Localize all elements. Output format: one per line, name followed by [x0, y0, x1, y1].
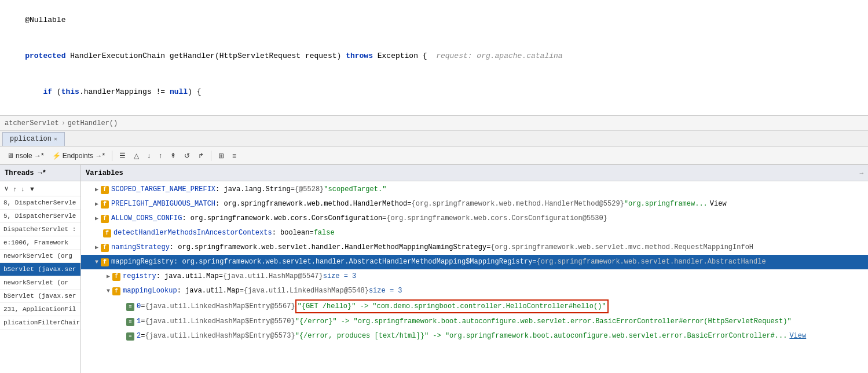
evaluate-button[interactable]: ↺	[181, 151, 193, 161]
expand-entry-0	[118, 301, 124, 313]
var-row-preflight[interactable]: f PREFLIGHT_AMBIGUOUS_MATCH : org.spring…	[81, 197, 868, 211]
var-row-scoped-target[interactable]: f SCOPED_TARGET_NAME_PREFIX : java.lang.…	[81, 182, 868, 197]
thread-item-3[interactable]: e:1006, Framework	[0, 236, 80, 250]
thread-item-6[interactable]: neworkServlet (or	[0, 276, 80, 290]
thread-item-8[interactable]: 231, ApplicationFil	[0, 303, 80, 316]
variables-panel: Variables → f SCOPED_TARGET_NAME_PREFIX …	[81, 165, 868, 373]
step-over-icon: △	[134, 152, 139, 160]
expand-mapping-lookup[interactable]	[107, 286, 110, 297]
field-icon-9: ≡	[126, 318, 134, 326]
code-editor: @Nullable protected HandlerExecutionChai…	[0, 0, 868, 116]
var-row-naming[interactable]: f namingStrategy : org.springframework.w…	[81, 240, 868, 255]
breadcrumb-separator: ›	[61, 119, 65, 127]
thread-item-9[interactable]: plicationFilterChair	[0, 316, 80, 330]
toolbar-sep-2	[211, 151, 211, 161]
variables-header-label: Variables	[86, 169, 123, 177]
grid-icon: ⊞	[218, 152, 224, 160]
console-icon: 🖥	[7, 152, 14, 160]
breadcrumb-part-2: getHandler()	[68, 119, 118, 127]
var-value-entry-0: "{GET /hello}" -> "com.demo.springboot.c…	[295, 299, 609, 313]
thread-item-7[interactable]: bServlet (javax.ser	[0, 290, 80, 303]
expand-preflight[interactable]	[95, 199, 98, 210]
field-icon-6: f	[112, 273, 120, 281]
cursor-button[interactable]: ↱	[195, 151, 207, 161]
field-icon-8: ≡	[126, 303, 134, 311]
expand-scoped-target[interactable]	[95, 184, 98, 196]
threads-toolbar: ∨ ↑ ↓ ▼	[0, 181, 80, 196]
threads-filter-button[interactable]: ▼	[27, 185, 37, 193]
tab-label: pplication	[10, 135, 52, 143]
var-row-entry-1[interactable]: ≡ 1 = {java.util.LinkedHashMap$Entry@557…	[81, 315, 868, 329]
code-line-2: protected HandlerExecutionChain getHandl…	[0, 38, 868, 74]
expand-mapping-registry[interactable]	[95, 257, 98, 268]
field-icon-1: f	[101, 200, 109, 209]
variables-resize-icon: →	[859, 170, 863, 177]
run-to-cursor-button[interactable]: ↟	[167, 151, 180, 161]
endpoints-button[interactable]: ⚡ Endpoints →*	[49, 151, 108, 161]
cursor-icon: ↱	[198, 152, 204, 160]
expand-cors[interactable]	[95, 213, 98, 225]
toolbar: 🖥 nsole →* ⚡ Endpoints →* ☰ △ ↓ ↑ ↟ ↺ ↱ …	[0, 147, 868, 164]
tab-close-icon[interactable]: ✕	[54, 136, 57, 142]
field-icon-3: f	[103, 229, 111, 237]
step-out-button[interactable]: ↑	[155, 151, 166, 161]
code-line-1: @Nullable	[0, 2, 868, 38]
thread-item-1[interactable]: 5, DispatcherServle	[0, 210, 80, 223]
evaluate-icon: ↺	[184, 152, 190, 160]
var-row-cors[interactable]: f ALLOW_CORS_CONFIG : org.springframewor…	[81, 211, 868, 226]
field-icon-2: f	[101, 215, 109, 223]
expand-entry-1	[118, 316, 124, 328]
field-icon-10: ≡	[126, 332, 134, 341]
step-out-icon: ↑	[159, 152, 162, 160]
field-icon-0: f	[101, 186, 109, 194]
tab-application[interactable]: pplication ✕	[2, 132, 65, 146]
threads-header-label: Threads →*	[5, 169, 46, 177]
bottom-panel: Threads →* ∨ ↑ ↓ ▼ 8, DispatcherServle 5…	[0, 164, 868, 373]
breadcrumb-part-1: atcherServlet	[5, 119, 59, 127]
threads-down2-button[interactable]: ↓	[20, 185, 27, 193]
thread-item-2[interactable]: DispatcherServlet :	[0, 223, 80, 236]
var-row-entry-0[interactable]: ≡ 0 = {java.util.LinkedHashMap$Entry@556…	[81, 298, 868, 315]
console-label: nsole →*	[16, 152, 44, 160]
var-row-registry[interactable]: f registry : java.util.Map = {java.util.…	[81, 269, 868, 284]
thread-item-5[interactable]: bServlet (javax.ser	[0, 263, 80, 276]
variables-list: f SCOPED_TARGET_NAME_PREFIX : java.lang.…	[81, 181, 868, 373]
expand-registry[interactable]	[107, 271, 110, 283]
endpoints-label: Endpoints →*	[63, 152, 105, 160]
console-button[interactable]: 🖥 nsole →*	[3, 151, 47, 161]
step-into-icon: ↓	[147, 152, 151, 160]
threads-panel: Threads →* ∨ ↑ ↓ ▼ 8, DispatcherServle 5…	[0, 165, 81, 373]
tab-bar: pplication ✕	[0, 131, 868, 147]
run-to-cursor-icon: ↟	[170, 152, 176, 160]
step-over-button[interactable]: △	[130, 151, 142, 161]
grid-button[interactable]: ⊞	[215, 151, 228, 161]
expand-entry-2	[118, 331, 124, 342]
expand-detect	[95, 228, 101, 239]
thread-item-0[interactable]: 8, DispatcherServle	[0, 196, 80, 210]
code-line-3: if (this.handlerMappings != null) {	[0, 74, 868, 110]
var-view-link-2[interactable]: View	[789, 330, 806, 342]
list-button[interactable]: ≡	[229, 151, 240, 161]
code-line-4: Iterator var2 = this.handlerMappings.ite…	[0, 110, 868, 116]
endpoints-icon: ⚡	[52, 152, 61, 160]
var-view-link-1[interactable]: View	[710, 198, 727, 210]
threads-header: Threads →*	[0, 165, 80, 181]
threads-down-button[interactable]: ∨	[2, 184, 10, 193]
list-icon: ≡	[232, 152, 236, 160]
var-row-detect[interactable]: f detectHandlerMethodsInAncestorContexts…	[81, 226, 868, 240]
lines-button[interactable]: ☰	[116, 151, 129, 161]
expand-naming[interactable]	[95, 242, 98, 254]
threads-list: 8, DispatcherServle 5, DispatcherServle …	[0, 196, 80, 373]
var-row-mapping-registry[interactable]: f mappingRegistry : org.springframework.…	[81, 255, 868, 269]
thread-item-4[interactable]: neworkServlet (org	[0, 250, 80, 263]
field-icon-7: f	[112, 287, 120, 295]
var-row-mapping-lookup[interactable]: f mappingLookup : java.util.Map = {java.…	[81, 284, 868, 298]
threads-up-button[interactable]: ↑	[12, 185, 19, 193]
variables-header: Variables →	[81, 165, 868, 181]
field-icon-4: f	[101, 244, 109, 252]
step-into-button[interactable]: ↓	[144, 151, 154, 161]
var-row-entry-2[interactable]: ≡ 2 = {java.util.LinkedHashMap$Entry@557…	[81, 329, 868, 343]
field-icon-5: f	[101, 258, 109, 266]
lines-icon: ☰	[119, 152, 126, 160]
toolbar-sep-1	[112, 151, 112, 161]
